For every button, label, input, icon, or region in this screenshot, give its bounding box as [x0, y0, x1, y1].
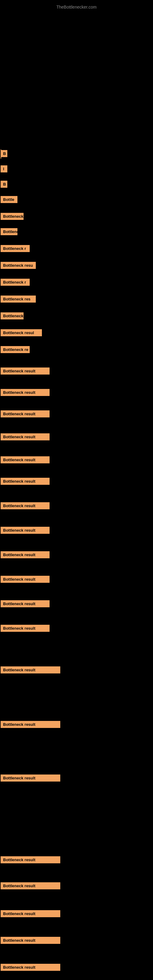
bottleneck-label: Bottleneck — [1, 213, 24, 220]
bottleneck-label: Bottleneck — [1, 312, 24, 320]
bottleneck-row-5: Bottleneck — [1, 213, 24, 221]
bottleneck-row-14: Bottleneck result — [1, 368, 49, 376]
bottleneck-row-27: Bottleneck result — [1, 721, 60, 729]
bottleneck-row-30: Bottleneck result — [1, 882, 60, 891]
bottleneck-label: Bottleneck re — [1, 346, 30, 353]
bottleneck-row-13: Bottleneck re — [1, 346, 30, 354]
bottleneck-label: Bottleneck res — [1, 296, 36, 302]
bottleneck-label: Bottleneck result — [1, 625, 49, 632]
bottleneck-label: Bottleneck result — [1, 478, 49, 485]
bottleneck-row-18: Bottleneck result — [1, 456, 49, 465]
bottleneck-label: Bottleneck result — [1, 576, 49, 583]
page-content: TheBottlenecker.com BIBBottleBottleneckB… — [0, 0, 153, 980]
bottleneck-label: Bottleneck result — [1, 600, 49, 607]
bottleneck-row-7: Bottleneck r — [1, 245, 30, 253]
bottleneck-label: Bottleneck result — [1, 964, 60, 971]
bottleneck-label: Bottlene — [1, 228, 18, 235]
bottleneck-row-9: Bottleneck r — [1, 279, 30, 287]
bottleneck-row-4: Bottle — [1, 196, 18, 204]
bottleneck-row-2: I — [1, 165, 7, 173]
bottleneck-row-17: Bottleneck result — [1, 433, 49, 442]
bottleneck-row-10: Bottleneck res — [1, 296, 36, 304]
bottleneck-label: Bottleneck r — [1, 245, 30, 252]
bottleneck-label: Bottle — [1, 196, 18, 203]
bottleneck-row-28: Bottleneck result — [1, 775, 60, 783]
bottleneck-row-3: B — [1, 181, 7, 189]
bottleneck-label: Bottleneck result — [1, 433, 49, 441]
bottleneck-label: Bottleneck result — [1, 775, 60, 781]
bottleneck-label: Bottleneck result — [1, 368, 49, 375]
bottleneck-label: Bottleneck result — [1, 882, 60, 889]
bottleneck-row-15: Bottleneck result — [1, 389, 49, 397]
bottleneck-row-31: Bottleneck result — [1, 910, 60, 918]
bottleneck-row-6: Bottlene — [1, 228, 18, 236]
bottleneck-row-25: Bottleneck result — [1, 625, 49, 633]
site-title: TheBottlenecker.com — [0, 2, 153, 13]
bottleneck-label: Bottleneck result — [1, 937, 60, 944]
bottleneck-row-24: Bottleneck result — [1, 600, 49, 609]
bottleneck-label: Bottleneck resul — [1, 329, 42, 336]
bottleneck-label: Bottleneck result — [1, 389, 49, 396]
bottleneck-label: Bottleneck r — [1, 279, 30, 286]
bottleneck-label: B — [1, 181, 7, 188]
bottleneck-row-12: Bottleneck resul — [1, 329, 42, 337]
bottleneck-label: B — [1, 150, 7, 157]
bottleneck-label: Bottleneck result — [1, 721, 60, 728]
bottleneck-row-11: Bottleneck — [1, 312, 24, 321]
bottleneck-label: Bottleneck result — [1, 667, 60, 673]
bottleneck-row-16: Bottleneck result — [1, 410, 49, 418]
bottleneck-row-8: Bottleneck resu — [1, 262, 36, 270]
bottleneck-label: Bottleneck result — [1, 551, 49, 558]
bottleneck-row-19: Bottleneck result — [1, 478, 49, 486]
bottleneck-label: Bottleneck result — [1, 502, 49, 509]
bottleneck-row-1: B — [1, 150, 7, 158]
site-title-text: TheBottlenecker.com — [56, 5, 97, 10]
bottleneck-label: I — [1, 165, 7, 172]
bottleneck-row-32: Bottleneck result — [1, 937, 60, 945]
bottleneck-label: Bottleneck result — [1, 410, 49, 417]
bottleneck-row-29: Bottleneck result — [1, 856, 60, 865]
bottleneck-label: Bottleneck resu — [1, 262, 36, 269]
bottleneck-row-23: Bottleneck result — [1, 576, 49, 584]
bottleneck-row-33: Bottleneck result — [1, 964, 60, 972]
bottleneck-label: Bottleneck result — [1, 856, 60, 863]
bottleneck-label: Bottleneck result — [1, 910, 60, 917]
bottleneck-row-26: Bottleneck result — [1, 667, 60, 675]
bottleneck-row-21: Bottleneck result — [1, 527, 49, 535]
bottleneck-label: Bottleneck result — [1, 456, 49, 463]
bottleneck-label: Bottleneck result — [1, 527, 49, 534]
bottleneck-row-22: Bottleneck result — [1, 551, 49, 560]
bottleneck-row-20: Bottleneck result — [1, 502, 49, 511]
